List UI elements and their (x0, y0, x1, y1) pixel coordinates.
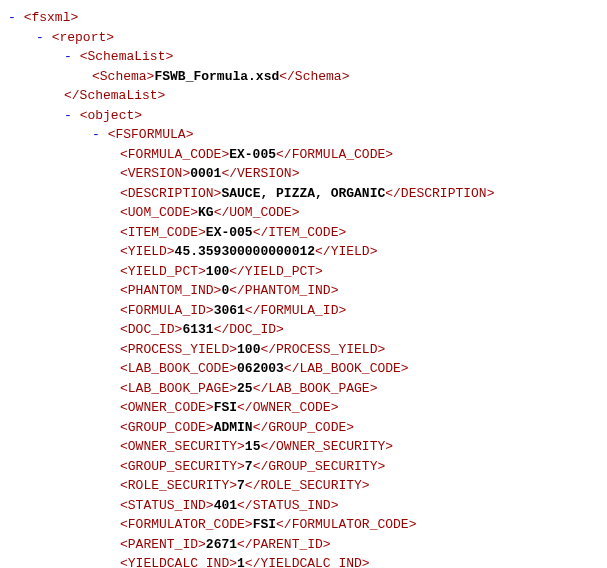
xml-text-value: FSI (253, 517, 276, 532)
xml-text-value: EX-005 (229, 147, 276, 162)
collapse-toggle[interactable]: - (92, 127, 100, 142)
xml-text-value: 45.359300000000012 (175, 244, 315, 259)
xml-close-tag: </FORMULA_ID> (245, 303, 346, 318)
xml-open-tag: <ROLE_SECURITY> (120, 478, 237, 493)
xml-leaf: <DESCRIPTION>SAUCE, PIZZA, ORGANIC</DESC… (8, 184, 599, 204)
xml-leaf: <UOM_CODE>KG</UOM_CODE> (8, 203, 599, 223)
xml-leaf: <PARENT_ID>2671</PARENT_ID> (8, 535, 599, 555)
xml-open-tag: <FORMULA_ID> (120, 303, 214, 318)
xml-close-tag: </DOC_ID> (214, 322, 284, 337)
xml-text-value: 25 (237, 381, 253, 396)
xml-text-value: SAUCE, PIZZA, ORGANIC (221, 186, 385, 201)
collapse-toggle[interactable]: - (36, 30, 44, 45)
xml-leaf: <ROLE_SECURITY>7</ROLE_SECURITY> (8, 476, 599, 496)
xml-text-value: 7 (245, 459, 253, 474)
xml-open-tag: <LAB_BOOK_PAGE> (120, 381, 237, 396)
xml-close-tag: </ROLE_SECURITY> (245, 478, 370, 493)
xml-node: - <FSFORMULA> (8, 125, 599, 145)
xml-leaf: <FORMULA_CODE>EX-005</FORMULA_CODE> (8, 145, 599, 165)
xml-leaf: <GROUP_SECURITY>7</GROUP_SECURITY> (8, 457, 599, 477)
xml-leaf: <PHANTOM_IND>0</PHANTOM_IND> (8, 281, 599, 301)
xml-open-tag: <GROUP_CODE> (120, 420, 214, 435)
xml-text-value: 100 (206, 264, 229, 279)
xml-close-tag: </SchemaList> (64, 88, 165, 103)
xml-leaf: <VERSION>0001</VERSION> (8, 164, 599, 184)
xml-tree: - <fsxml>- <report>- <SchemaList><Schema… (8, 8, 599, 568)
xml-open-tag: <YIELD_PCT> (120, 264, 206, 279)
xml-open-tag: <LAB_BOOK_CODE> (120, 361, 237, 376)
xml-close-tag: </FORMULA_CODE> (276, 147, 393, 162)
xml-leaf: <DOC_ID>6131</DOC_ID> (8, 320, 599, 340)
xml-close-tag: </YIELDCALC_IND> (245, 556, 370, 568)
xml-text-value: ADMIN (214, 420, 253, 435)
xml-text-value: 6131 (182, 322, 213, 337)
xml-close-tag: </LAB_BOOK_PAGE> (253, 381, 378, 396)
xml-close-tag: </PROCESS_YIELD> (260, 342, 385, 357)
xml-node: - <object> (8, 106, 599, 126)
xml-text-value: 062003 (237, 361, 284, 376)
xml-open-tag: <UOM_CODE> (120, 205, 198, 220)
xml-open-tag: <SchemaList> (80, 49, 174, 64)
xml-open-tag: <ITEM_CODE> (120, 225, 206, 240)
xml-close-tag: </ITEM_CODE> (253, 225, 347, 240)
xml-text-value: 1 (237, 556, 245, 568)
collapse-toggle[interactable]: - (64, 49, 72, 64)
xml-close-tag: </Schema> (279, 69, 349, 84)
xml-close-tag: </GROUP_SECURITY> (253, 459, 386, 474)
collapse-toggle[interactable]: - (8, 10, 16, 25)
xml-open-tag: <FORMULA_CODE> (120, 147, 229, 162)
xml-leaf: <PROCESS_YIELD>100</PROCESS_YIELD> (8, 340, 599, 360)
xml-close-tag: </PHANTOM_IND> (229, 283, 338, 298)
xml-open-tag: <OWNER_CODE> (120, 400, 214, 415)
xml-leaf: <GROUP_CODE>ADMIN</GROUP_CODE> (8, 418, 599, 438)
xml-text-value: EX-005 (206, 225, 253, 240)
xml-leaf: <YIELD_PCT>100</YIELD_PCT> (8, 262, 599, 282)
xml-close-tag: </FORMULATOR_CODE> (276, 517, 416, 532)
xml-open-tag: <YIELD> (120, 244, 175, 259)
xml-open-tag: <VERSION> (120, 166, 190, 181)
xml-text-value: 15 (245, 439, 261, 454)
xml-open-tag: <YIELDCALC_IND> (120, 556, 237, 568)
xml-close-tag: </GROUP_CODE> (253, 420, 354, 435)
xml-close-tag: </OWNER_SECURITY> (260, 439, 393, 454)
xml-open-tag: <Schema> (92, 69, 154, 84)
xml-close-tag: </STATUS_IND> (237, 498, 338, 513)
xml-open-tag: <fsxml> (24, 10, 79, 25)
xml-leaf: <LAB_BOOK_PAGE>25</LAB_BOOK_PAGE> (8, 379, 599, 399)
xml-leaf: <Schema>FSWB_Formula.xsd</Schema> (8, 67, 599, 87)
xml-node: - <report> (8, 28, 599, 48)
xml-close-tag: </LAB_BOOK_CODE> (284, 361, 409, 376)
xml-leaf: <FORMULA_ID>3061</FORMULA_ID> (8, 301, 599, 321)
xml-open-tag: <DESCRIPTION> (120, 186, 221, 201)
xml-close: </SchemaList> (8, 86, 599, 106)
xml-text-value: KG (198, 205, 214, 220)
xml-leaf: <FORMULATOR_CODE>FSI</FORMULATOR_CODE> (8, 515, 599, 535)
xml-leaf: <STATUS_IND>401</STATUS_IND> (8, 496, 599, 516)
xml-text-value: 0001 (190, 166, 221, 181)
collapse-toggle[interactable]: - (64, 108, 72, 123)
xml-open-tag: <STATUS_IND> (120, 498, 214, 513)
xml-open-tag: <PARENT_ID> (120, 537, 206, 552)
xml-text-value: 100 (237, 342, 260, 357)
xml-text-value: FSI (214, 400, 237, 415)
xml-close-tag: </PARENT_ID> (237, 537, 331, 552)
xml-leaf: <ITEM_CODE>EX-005</ITEM_CODE> (8, 223, 599, 243)
xml-open-tag: <object> (80, 108, 142, 123)
xml-open-tag: <FORMULATOR_CODE> (120, 517, 253, 532)
xml-open-tag: <PROCESS_YIELD> (120, 342, 237, 357)
xml-open-tag: <FSFORMULA> (108, 127, 194, 142)
xml-open-tag: <PHANTOM_IND> (120, 283, 221, 298)
xml-text-value: 7 (237, 478, 245, 493)
xml-close-tag: </UOM_CODE> (214, 205, 300, 220)
xml-open-tag: <DOC_ID> (120, 322, 182, 337)
xml-close-tag: </YIELD_PCT> (229, 264, 323, 279)
xml-open-tag: <GROUP_SECURITY> (120, 459, 245, 474)
xml-text-value: 3061 (214, 303, 245, 318)
xml-close-tag: </DESCRIPTION> (385, 186, 494, 201)
xml-leaf: <LAB_BOOK_CODE>062003</LAB_BOOK_CODE> (8, 359, 599, 379)
xml-leaf: <OWNER_CODE>FSI</OWNER_CODE> (8, 398, 599, 418)
xml-open-tag: <report> (52, 30, 114, 45)
xml-leaf: <YIELD>45.359300000000012</YIELD> (8, 242, 599, 262)
xml-text-value: 401 (214, 498, 237, 513)
xml-close-tag: </OWNER_CODE> (237, 400, 338, 415)
